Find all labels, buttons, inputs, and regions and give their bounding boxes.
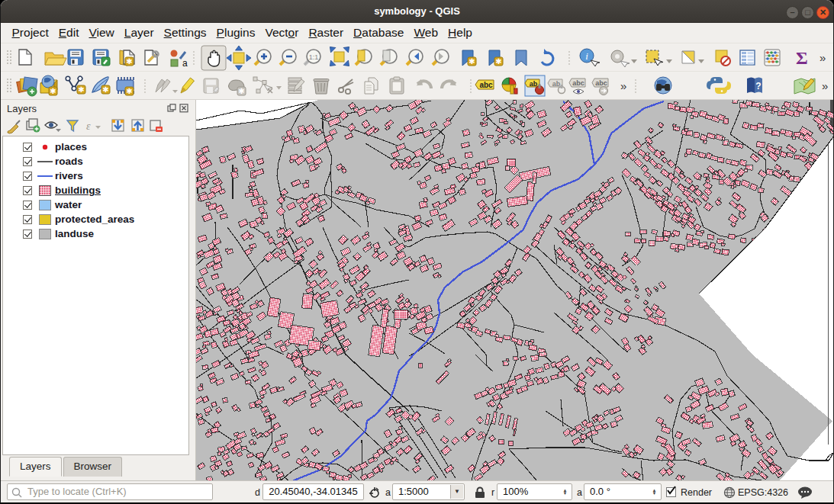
svg-text:Σ: Σ [796,48,808,68]
svg-text:?: ? [755,81,761,91]
svg-text:ε: ε [86,120,91,132]
svg-text:✱: ✱ [50,87,56,95]
svg-text:✱: ✱ [126,57,132,66]
svg-text:»: » [820,51,826,64]
svg-text:ab: ab [552,80,561,88]
svg-text:»: » [620,79,626,92]
svg-text:✱: ✱ [78,85,84,94]
svg-text:✱: ✱ [126,87,132,95]
svg-text:✱: ✱ [102,85,108,94]
svg-text:ab: ab [530,80,538,88]
svg-text:a: a [182,58,188,69]
svg-text:abc: abc [479,81,493,89]
svg-text:1:1: 1:1 [309,53,319,61]
svg-text:abc: abc [572,79,584,87]
svg-text:✱: ✱ [469,57,475,66]
svg-text:i: i [585,50,588,62]
svg-text:✱: ✱ [238,87,244,95]
svg-text:abc: abc [595,79,607,87]
svg-text:✱: ✱ [495,57,501,66]
svg-text:»: » [822,79,828,92]
